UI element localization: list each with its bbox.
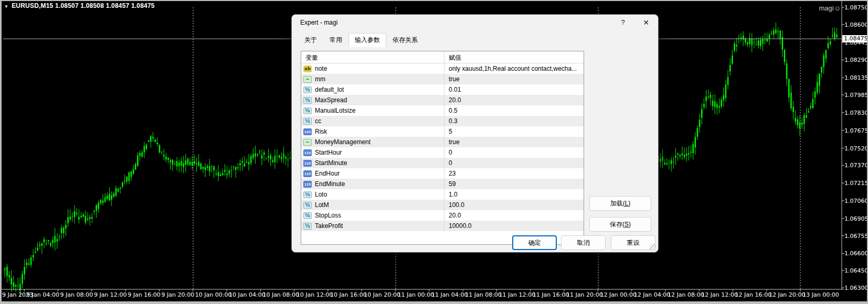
price-axis-label: 1.07520 — [844, 145, 868, 152]
chevron-down-icon[interactable]: ▼ — [4, 4, 8, 9]
price-axis-label: 1.06300 — [844, 285, 868, 291]
time-axis-label: 12 Jan 12:00 — [701, 291, 738, 298]
param-value[interactable]: 10000.0 — [444, 221, 584, 231]
param-value[interactable]: 20.0 — [444, 95, 584, 105]
param-name: note — [315, 65, 327, 72]
resize-grip[interactable] — [650, 244, 656, 250]
param-value[interactable]: true — [444, 74, 584, 84]
time-axis-label: 12 Jan 16:00 — [735, 291, 772, 298]
table-row[interactable]: ½default_lot0.01 — [301, 84, 584, 95]
param-name-cell: ~mm — [301, 74, 444, 84]
ab-type-icon: ab — [303, 66, 312, 72]
time-axis-label: 11 Jan 00:00 — [398, 291, 435, 298]
time-axis-label: 9 Jan 20:00 — [162, 291, 195, 298]
time-axis-label: 11 Jan 08:00 — [465, 291, 502, 298]
load-button[interactable]: 加载(L) — [589, 196, 651, 211]
table-row[interactable]: 123Risk5 — [301, 126, 584, 137]
param-name: cc — [315, 117, 321, 125]
tab-inputs[interactable]: 输入参数 — [348, 33, 386, 47]
tab-about[interactable]: 关于 — [298, 33, 323, 47]
close-icon[interactable]: ✕ — [638, 15, 654, 30]
time-axis-label: 11 Jan 20:00 — [566, 291, 603, 298]
symbol-ohlc-line[interactable]: ▼ EURUSD,M15 1.08507 1.08508 1.08457 1.0… — [4, 2, 155, 9]
param-value[interactable]: 0.01 — [444, 84, 584, 95]
price-axis-label: 1.07830 — [844, 110, 868, 116]
time-axis-label: 11 Jan 12:00 — [499, 291, 536, 298]
param-name-cell: ½ManualLotsize — [301, 105, 444, 116]
param-value[interactable]: 1.0 — [444, 189, 584, 200]
dialog-titlebar[interactable]: Expert - magi ? ✕ — [292, 15, 658, 30]
reset-button[interactable]: 重设 — [611, 235, 655, 250]
table-row[interactable]: abnoteonly xauusd,1h,Real account contac… — [301, 63, 584, 74]
window-border-top — [0, 0, 868, 1]
price-axis-label: 1.06905 — [844, 215, 868, 222]
param-value[interactable]: 0.3 — [444, 116, 584, 126]
smiley-icon: ☺ — [834, 4, 841, 12]
table-row[interactable]: ½ManualLotsize0.5 — [301, 105, 584, 116]
param-name: EndHour — [315, 170, 340, 177]
save-button[interactable]: 保存(S) — [589, 217, 651, 232]
table-row[interactable]: 123EndHour23 — [301, 168, 584, 179]
param-name: MaxSpread — [315, 96, 347, 104]
price-axis-label: 1.08135 — [844, 74, 868, 81]
param-value[interactable]: 0 — [444, 147, 584, 158]
bool-type-icon: ~ — [303, 76, 312, 83]
time-axis[interactable]: 9 Jan 20239 Jan 04:009 Jan 08:009 Jan 12… — [0, 291, 868, 300]
int-type-icon: 123 — [303, 128, 312, 135]
param-name-cell: 123EndHour — [301, 168, 444, 179]
param-value[interactable]: 23 — [444, 168, 584, 179]
table-row[interactable]: 123EndMinute59 — [301, 179, 584, 189]
param-name: default_lot — [315, 86, 344, 93]
param-value[interactable]: 0 — [444, 158, 584, 168]
param-name-cell: ~MoneyManagement — [301, 137, 444, 147]
param-value[interactable]: 100.0 — [444, 200, 584, 210]
param-value[interactable]: true — [444, 137, 584, 147]
time-axis-label: 10 Jan 04:00 — [229, 291, 266, 298]
price-axis-label: 1.08290 — [844, 57, 868, 63]
help-button[interactable]: ? — [615, 15, 631, 30]
tab-dependencies[interactable]: 依存关系 — [386, 33, 424, 47]
tab-common[interactable]: 常用 — [323, 33, 348, 47]
param-name-cell: ½MaxSpread — [301, 95, 444, 105]
param-value[interactable]: 59 — [444, 179, 584, 189]
param-value[interactable]: 0.5 — [444, 105, 584, 116]
param-name: StartMinute — [315, 159, 347, 167]
time-axis-label: 11 Jan 16:00 — [533, 291, 569, 298]
table-row[interactable]: 123StartMinute0 — [301, 158, 584, 168]
dec-type-icon: ½ — [303, 86, 312, 93]
param-value[interactable]: 20.0 — [444, 210, 584, 221]
param-name-cell: abnote — [301, 63, 444, 74]
param-name-cell: ½Loto — [301, 189, 444, 200]
table-row[interactable]: ½cc0.3 — [301, 116, 584, 126]
price-axis[interactable]: 1.087501.086001.084451.082901.081351.079… — [844, 0, 868, 289]
param-name: Risk — [315, 128, 327, 135]
expert-watermark-text: magi — [819, 4, 834, 12]
param-name-cell: ½TakeProfit — [301, 221, 444, 231]
table-row[interactable]: ~mmtrue — [301, 74, 584, 84]
expert-properties-dialog: Expert - magi ? ✕ 关于常用输入参数依存关系 变量 赋值 abn… — [291, 14, 659, 253]
bool-type-icon: ~ — [303, 139, 312, 146]
dec-type-icon: ½ — [303, 191, 312, 198]
price-axis-label: 1.07215 — [844, 180, 868, 187]
param-value[interactable]: 5 — [444, 126, 584, 137]
table-row[interactable]: ~MoneyManagementtrue — [301, 137, 584, 147]
table-row[interactable]: ½MaxSpread20.0 — [301, 95, 584, 105]
param-value[interactable]: only xauusd,1h,Real account contact,wech… — [444, 63, 584, 74]
column-header-variable: 变量 — [301, 51, 444, 63]
param-name-cell: 123StartMinute — [301, 158, 444, 168]
param-name-cell: 123StartHour — [301, 147, 444, 158]
table-row[interactable]: ½StopLoss20.0 — [301, 210, 584, 221]
table-row[interactable]: ½TakeProfit10000.0 — [301, 221, 584, 231]
parameter-table[interactable]: 变量 赋值 abnoteonly xauusd,1h,Real account … — [301, 51, 584, 245]
ok-button[interactable]: 确定 — [512, 235, 557, 250]
dec-type-icon: ½ — [303, 202, 312, 209]
table-row[interactable]: 123StartHour0 — [301, 147, 584, 158]
table-row[interactable]: ½Loto1.0 — [301, 189, 584, 200]
cancel-button[interactable]: 取消 — [561, 235, 606, 250]
dec-type-icon: ½ — [303, 107, 312, 114]
table-row[interactable]: ½LotM100.0 — [301, 200, 584, 210]
time-axis-label: 9 Jan 16:00 — [128, 291, 161, 298]
price-axis-label: 1.07675 — [844, 127, 868, 134]
dec-type-icon: ½ — [303, 223, 312, 230]
dec-type-icon: ½ — [303, 97, 312, 104]
